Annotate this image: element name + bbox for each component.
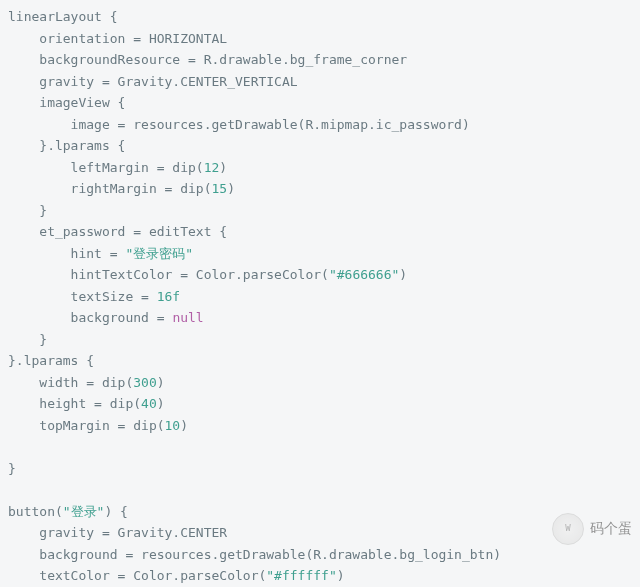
code-token: }.lparams { bbox=[8, 353, 94, 368]
code-block: linearLayout { orientation = HORIZONTAL … bbox=[0, 0, 640, 587]
code-token: "#666666" bbox=[329, 267, 399, 282]
code-token: ) bbox=[399, 267, 407, 282]
code-token: 16f bbox=[157, 289, 180, 304]
code-token: gravity = Gravity.CENTER bbox=[8, 525, 227, 540]
code-token: "#ffffff" bbox=[266, 568, 336, 583]
code-token: background = bbox=[8, 310, 172, 325]
code-token: }.lparams { bbox=[8, 138, 125, 153]
code-token: topMargin = dip( bbox=[8, 418, 165, 433]
code-token: 12 bbox=[204, 160, 220, 175]
code-token: button( bbox=[8, 504, 63, 519]
code-token: 300 bbox=[133, 375, 156, 390]
code-token: ) bbox=[227, 181, 235, 196]
code-token: textSize = bbox=[8, 289, 157, 304]
code-token: "登录密码" bbox=[125, 246, 193, 261]
code-token: null bbox=[172, 310, 203, 325]
code-token: textColor = Color.parseColor( bbox=[8, 568, 266, 583]
code-token: et_password = editText { bbox=[8, 224, 227, 239]
code-token: hint = bbox=[8, 246, 125, 261]
code-token: 40 bbox=[141, 396, 157, 411]
code-token: ) bbox=[157, 375, 165, 390]
code-token: rightMargin = dip( bbox=[8, 181, 212, 196]
code-token: background = resources.getDrawable(R.dra… bbox=[8, 547, 501, 562]
code-token: height = dip( bbox=[8, 396, 141, 411]
code-token: ) bbox=[157, 396, 165, 411]
code-token: hintTextColor = Color.parseColor( bbox=[8, 267, 329, 282]
code-token: ) bbox=[219, 160, 227, 175]
code-token: backgroundResource = R.drawable.bg_frame… bbox=[8, 52, 407, 67]
code-token: ) bbox=[180, 418, 188, 433]
code-token: gravity = Gravity.CENTER_VERTICAL bbox=[8, 74, 298, 89]
code-token: ) bbox=[337, 568, 345, 583]
code-token: imageView { bbox=[8, 95, 125, 110]
code-token: 10 bbox=[165, 418, 181, 433]
code-token: } bbox=[8, 332, 47, 347]
code-token: orientation = HORIZONTAL bbox=[8, 31, 227, 46]
code-token: image = resources.getDrawable(R.mipmap.i… bbox=[8, 117, 470, 132]
code-token: leftMargin = dip( bbox=[8, 160, 204, 175]
code-token: } bbox=[8, 203, 47, 218]
code-token: width = dip( bbox=[8, 375, 133, 390]
code-token: } bbox=[8, 461, 16, 476]
code-token: 15 bbox=[212, 181, 228, 196]
code-token: "登录" bbox=[63, 504, 105, 519]
code-token: linearLayout { bbox=[8, 9, 118, 24]
code-token: ) { bbox=[104, 504, 127, 519]
